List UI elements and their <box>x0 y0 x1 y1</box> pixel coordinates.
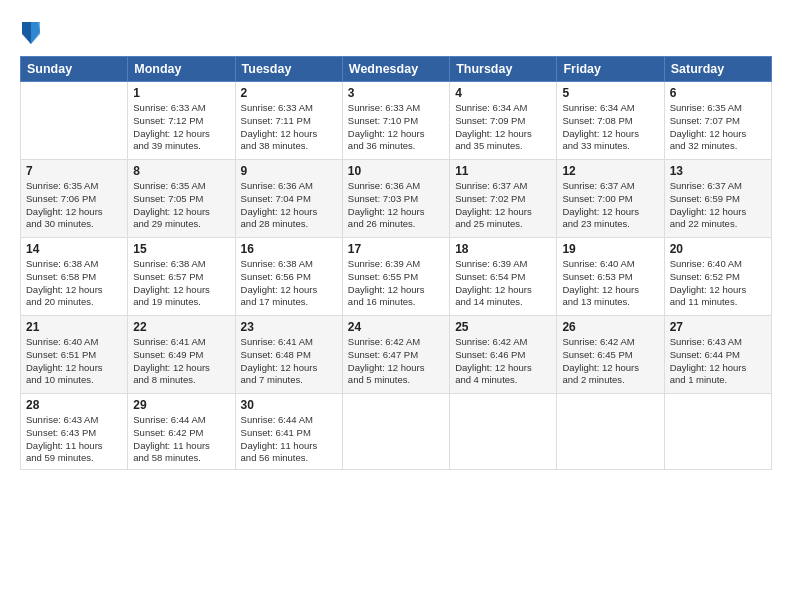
calendar-cell <box>21 82 128 160</box>
calendar-day-header: Friday <box>557 57 664 82</box>
calendar-week-row: 1Sunrise: 6:33 AM Sunset: 7:12 PM Daylig… <box>21 82 772 160</box>
calendar-cell <box>342 394 449 470</box>
logo <box>20 18 46 46</box>
calendar-day-header: Wednesday <box>342 57 449 82</box>
calendar-table: SundayMondayTuesdayWednesdayThursdayFrid… <box>20 56 772 470</box>
day-info: Sunrise: 6:41 AM Sunset: 6:48 PM Dayligh… <box>241 336 337 387</box>
logo-icon <box>20 18 42 46</box>
calendar-week-row: 14Sunrise: 6:38 AM Sunset: 6:58 PM Dayli… <box>21 238 772 316</box>
day-number: 28 <box>26 398 122 412</box>
day-number: 13 <box>670 164 766 178</box>
day-info: Sunrise: 6:40 AM Sunset: 6:51 PM Dayligh… <box>26 336 122 387</box>
day-info: Sunrise: 6:40 AM Sunset: 6:52 PM Dayligh… <box>670 258 766 309</box>
day-number: 26 <box>562 320 658 334</box>
day-info: Sunrise: 6:39 AM Sunset: 6:55 PM Dayligh… <box>348 258 444 309</box>
calendar-cell: 19Sunrise: 6:40 AM Sunset: 6:53 PM Dayli… <box>557 238 664 316</box>
calendar-cell <box>557 394 664 470</box>
calendar-cell: 22Sunrise: 6:41 AM Sunset: 6:49 PM Dayli… <box>128 316 235 394</box>
calendar-week-row: 7Sunrise: 6:35 AM Sunset: 7:06 PM Daylig… <box>21 160 772 238</box>
calendar-cell: 13Sunrise: 6:37 AM Sunset: 6:59 PM Dayli… <box>664 160 771 238</box>
svg-marker-1 <box>31 22 40 44</box>
day-info: Sunrise: 6:40 AM Sunset: 6:53 PM Dayligh… <box>562 258 658 309</box>
calendar-week-row: 28Sunrise: 6:43 AM Sunset: 6:43 PM Dayli… <box>21 394 772 470</box>
calendar-cell: 7Sunrise: 6:35 AM Sunset: 7:06 PM Daylig… <box>21 160 128 238</box>
day-info: Sunrise: 6:33 AM Sunset: 7:12 PM Dayligh… <box>133 102 229 153</box>
day-info: Sunrise: 6:35 AM Sunset: 7:05 PM Dayligh… <box>133 180 229 231</box>
day-number: 21 <box>26 320 122 334</box>
day-info: Sunrise: 6:34 AM Sunset: 7:08 PM Dayligh… <box>562 102 658 153</box>
day-info: Sunrise: 6:36 AM Sunset: 7:03 PM Dayligh… <box>348 180 444 231</box>
calendar-day-header: Sunday <box>21 57 128 82</box>
day-number: 24 <box>348 320 444 334</box>
calendar-cell: 9Sunrise: 6:36 AM Sunset: 7:04 PM Daylig… <box>235 160 342 238</box>
calendar-day-header: Saturday <box>664 57 771 82</box>
svg-marker-2 <box>22 22 31 44</box>
header <box>20 18 772 46</box>
calendar-cell: 12Sunrise: 6:37 AM Sunset: 7:00 PM Dayli… <box>557 160 664 238</box>
calendar-cell: 4Sunrise: 6:34 AM Sunset: 7:09 PM Daylig… <box>450 82 557 160</box>
calendar-cell: 30Sunrise: 6:44 AM Sunset: 6:41 PM Dayli… <box>235 394 342 470</box>
day-number: 4 <box>455 86 551 100</box>
calendar-cell: 18Sunrise: 6:39 AM Sunset: 6:54 PM Dayli… <box>450 238 557 316</box>
day-info: Sunrise: 6:42 AM Sunset: 6:45 PM Dayligh… <box>562 336 658 387</box>
day-number: 5 <box>562 86 658 100</box>
day-number: 3 <box>348 86 444 100</box>
day-number: 8 <box>133 164 229 178</box>
calendar-cell: 1Sunrise: 6:33 AM Sunset: 7:12 PM Daylig… <box>128 82 235 160</box>
day-info: Sunrise: 6:39 AM Sunset: 6:54 PM Dayligh… <box>455 258 551 309</box>
calendar-cell: 21Sunrise: 6:40 AM Sunset: 6:51 PM Dayli… <box>21 316 128 394</box>
day-info: Sunrise: 6:44 AM Sunset: 6:41 PM Dayligh… <box>241 414 337 465</box>
day-info: Sunrise: 6:34 AM Sunset: 7:09 PM Dayligh… <box>455 102 551 153</box>
calendar-cell: 24Sunrise: 6:42 AM Sunset: 6:47 PM Dayli… <box>342 316 449 394</box>
day-number: 11 <box>455 164 551 178</box>
day-number: 9 <box>241 164 337 178</box>
calendar-cell: 27Sunrise: 6:43 AM Sunset: 6:44 PM Dayli… <box>664 316 771 394</box>
calendar-cell: 28Sunrise: 6:43 AM Sunset: 6:43 PM Dayli… <box>21 394 128 470</box>
day-number: 6 <box>670 86 766 100</box>
day-number: 12 <box>562 164 658 178</box>
calendar-cell <box>450 394 557 470</box>
calendar-cell: 3Sunrise: 6:33 AM Sunset: 7:10 PM Daylig… <box>342 82 449 160</box>
calendar-cell: 5Sunrise: 6:34 AM Sunset: 7:08 PM Daylig… <box>557 82 664 160</box>
day-info: Sunrise: 6:42 AM Sunset: 6:47 PM Dayligh… <box>348 336 444 387</box>
day-info: Sunrise: 6:38 AM Sunset: 6:57 PM Dayligh… <box>133 258 229 309</box>
calendar-cell: 20Sunrise: 6:40 AM Sunset: 6:52 PM Dayli… <box>664 238 771 316</box>
day-info: Sunrise: 6:37 AM Sunset: 7:00 PM Dayligh… <box>562 180 658 231</box>
day-number: 25 <box>455 320 551 334</box>
calendar-cell: 16Sunrise: 6:38 AM Sunset: 6:56 PM Dayli… <box>235 238 342 316</box>
calendar-cell: 11Sunrise: 6:37 AM Sunset: 7:02 PM Dayli… <box>450 160 557 238</box>
calendar-cell: 23Sunrise: 6:41 AM Sunset: 6:48 PM Dayli… <box>235 316 342 394</box>
day-info: Sunrise: 6:33 AM Sunset: 7:10 PM Dayligh… <box>348 102 444 153</box>
day-number: 14 <box>26 242 122 256</box>
day-info: Sunrise: 6:43 AM Sunset: 6:43 PM Dayligh… <box>26 414 122 465</box>
day-number: 16 <box>241 242 337 256</box>
day-number: 15 <box>133 242 229 256</box>
calendar-cell: 17Sunrise: 6:39 AM Sunset: 6:55 PM Dayli… <box>342 238 449 316</box>
day-info: Sunrise: 6:36 AM Sunset: 7:04 PM Dayligh… <box>241 180 337 231</box>
day-number: 27 <box>670 320 766 334</box>
calendar-day-header: Thursday <box>450 57 557 82</box>
day-number: 17 <box>348 242 444 256</box>
day-info: Sunrise: 6:43 AM Sunset: 6:44 PM Dayligh… <box>670 336 766 387</box>
day-info: Sunrise: 6:38 AM Sunset: 6:56 PM Dayligh… <box>241 258 337 309</box>
day-number: 19 <box>562 242 658 256</box>
calendar-cell: 10Sunrise: 6:36 AM Sunset: 7:03 PM Dayli… <box>342 160 449 238</box>
day-info: Sunrise: 6:37 AM Sunset: 7:02 PM Dayligh… <box>455 180 551 231</box>
day-info: Sunrise: 6:37 AM Sunset: 6:59 PM Dayligh… <box>670 180 766 231</box>
day-info: Sunrise: 6:44 AM Sunset: 6:42 PM Dayligh… <box>133 414 229 465</box>
calendar-cell: 26Sunrise: 6:42 AM Sunset: 6:45 PM Dayli… <box>557 316 664 394</box>
calendar-day-header: Tuesday <box>235 57 342 82</box>
calendar-week-row: 21Sunrise: 6:40 AM Sunset: 6:51 PM Dayli… <box>21 316 772 394</box>
calendar-cell: 14Sunrise: 6:38 AM Sunset: 6:58 PM Dayli… <box>21 238 128 316</box>
day-number: 20 <box>670 242 766 256</box>
day-info: Sunrise: 6:42 AM Sunset: 6:46 PM Dayligh… <box>455 336 551 387</box>
calendar-cell: 15Sunrise: 6:38 AM Sunset: 6:57 PM Dayli… <box>128 238 235 316</box>
calendar-cell: 8Sunrise: 6:35 AM Sunset: 7:05 PM Daylig… <box>128 160 235 238</box>
day-number: 30 <box>241 398 337 412</box>
calendar-cell: 6Sunrise: 6:35 AM Sunset: 7:07 PM Daylig… <box>664 82 771 160</box>
day-number: 29 <box>133 398 229 412</box>
calendar-cell <box>664 394 771 470</box>
day-number: 1 <box>133 86 229 100</box>
day-info: Sunrise: 6:38 AM Sunset: 6:58 PM Dayligh… <box>26 258 122 309</box>
day-number: 23 <box>241 320 337 334</box>
